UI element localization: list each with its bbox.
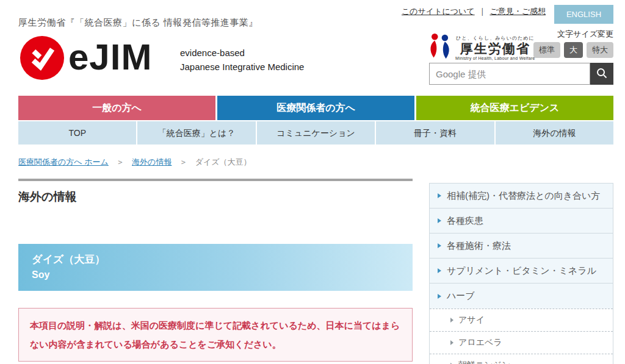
- font-size-large-button[interactable]: 大: [564, 42, 583, 58]
- tab-general-public[interactable]: 一般の方へ: [18, 96, 215, 120]
- sidebar-item-diseases[interactable]: 各種疾患: [430, 209, 613, 234]
- article-title-en: Soy: [32, 267, 413, 282]
- subtab-communication[interactable]: コミュニケーション: [257, 121, 375, 145]
- font-size-buttons: 標準 大 特大: [533, 42, 613, 58]
- ejim-logo-icon[interactable]: [20, 36, 64, 80]
- about-site-link[interactable]: このサイトについて: [402, 7, 475, 16]
- sidebar-item-acai[interactable]: アサイ: [430, 309, 613, 331]
- search-input[interactable]: [429, 63, 590, 85]
- subtab-booklets[interactable]: 冊子・資料: [376, 121, 494, 145]
- site-title: 厚生労働省『「統合医療」に係る 情報発信等推進事業』: [18, 17, 258, 29]
- subtab-overseas-info[interactable]: 海外の情報: [496, 121, 613, 145]
- english-button[interactable]: ENGLISH: [554, 5, 613, 24]
- sidebar-item-label: 朝鮮ニンジン: [458, 360, 510, 364]
- sidebar-item-aloe-vera[interactable]: アロエベラ: [430, 331, 613, 354]
- tagline-line1: evidence-based: [180, 48, 245, 58]
- ejim-logo-tagline: evidence-based Japanese Integrative Medi…: [180, 46, 304, 74]
- sidebar-item-label: 各種疾患: [447, 215, 483, 227]
- page-title: 海外の情報: [18, 189, 76, 205]
- sidebar-item-label: サプリメント・ビタミン・ミネラル: [447, 265, 596, 277]
- sidebar-item-supplements[interactable]: サプリメント・ビタミン・ミネラル: [430, 259, 613, 284]
- section-divider: [18, 179, 413, 181]
- mhlw-logo[interactable]: ひと、くらし、みらいのために 厚生労働省 Ministry of Health,…: [427, 32, 535, 63]
- sidebar-item-label: 相補(補完)・代替療法との向き合い方: [447, 190, 600, 202]
- main-nav: 一般の方へ 医療関係者の方へ 統合医療エビデンス: [18, 96, 613, 120]
- disclaimer-notice: 本項目の説明・解説は、米国の医療制度に準じて記載されているため、日本に当てはまら…: [18, 308, 413, 362]
- right-triangle-icon: [450, 340, 453, 345]
- sidebar-menu: 相補(補完)・代替療法との向き合い方 各種疾患 各種施術・療法 サプリメント・ビ…: [429, 183, 613, 364]
- right-triangle-icon: [438, 268, 441, 273]
- mhlw-name: 厚生労働省: [455, 41, 535, 56]
- sidebar-item-label: アサイ: [458, 315, 485, 326]
- font-size-label: 文字サイズ変更: [557, 29, 613, 40]
- right-triangle-icon: [438, 294, 441, 299]
- breadcrumb-separator: ＞: [116, 157, 124, 166]
- sidebar-item-herbs[interactable]: ハーブ: [430, 284, 613, 309]
- article-banner: ダイズ（大豆） Soy: [18, 244, 413, 291]
- right-triangle-icon: [438, 193, 441, 198]
- search-icon: [596, 67, 608, 79]
- tab-integrative-evidence[interactable]: 統合医療エビデンス: [416, 96, 613, 120]
- site-search: [429, 63, 613, 85]
- subtab-top[interactable]: TOP: [18, 121, 136, 145]
- sidebar-item-asian-ginseng[interactable]: 朝鮮ニンジン: [430, 354, 613, 364]
- sidebar-item-label: ハーブ: [447, 290, 475, 302]
- font-size-standard-button[interactable]: 標準: [533, 42, 560, 58]
- sidebar-item-treatments[interactable]: 各種施術・療法: [430, 234, 613, 259]
- ejim-page: このサイトについて｜ご意見・ご感想 ENGLISH 厚生労働省『「統合医療」に係…: [0, 0, 625, 364]
- breadcrumb: 医療関係者の方へ ホーム ＞ 海外の情報 ＞ ダイズ（大豆）: [18, 157, 251, 168]
- sidebar-item-label: 各種施術・療法: [447, 240, 511, 252]
- breadcrumb-separator: ＞: [179, 157, 187, 166]
- link-separator: ｜: [479, 7, 486, 16]
- feedback-link[interactable]: ご意見・ご感想: [490, 7, 546, 16]
- subtab-what-is-im[interactable]: 「統合医療」とは？: [137, 121, 255, 145]
- mhlw-tagline: ひと、くらし、みらいのために: [455, 35, 535, 41]
- tab-medical-professionals[interactable]: 医療関係者の方へ: [217, 96, 414, 120]
- search-button[interactable]: [590, 63, 613, 85]
- tagline-line2: Japanese Integrative Medicine: [180, 62, 304, 72]
- mhlw-logo-icon: [427, 32, 453, 63]
- ejim-logo-text[interactable]: eJIM: [68, 35, 152, 79]
- article-title-ja: ダイズ（大豆）: [32, 252, 413, 267]
- breadcrumb-current: ダイズ（大豆）: [195, 157, 251, 166]
- right-triangle-icon: [438, 218, 441, 223]
- mhlw-name-en: Ministry of Health, Labour and Welfare: [455, 56, 535, 60]
- sub-nav: TOP 「統合医療」とは？ コミュニケーション 冊子・資料 海外の情報: [18, 121, 613, 145]
- sidebar-item-label: アロエベラ: [458, 337, 502, 348]
- sidebar-item-approach[interactable]: 相補(補完)・代替療法との向き合い方: [430, 184, 613, 209]
- breadcrumb-overseas-link[interactable]: 海外の情報: [132, 157, 172, 166]
- font-size-xlarge-button[interactable]: 特大: [587, 42, 613, 58]
- right-triangle-icon: [438, 243, 441, 248]
- right-triangle-icon: [450, 318, 453, 323]
- mhlw-logo-text: ひと、くらし、みらいのために 厚生労働省 Ministry of Health,…: [455, 35, 535, 60]
- breadcrumb-home-link[interactable]: 医療関係者の方へ ホーム: [18, 157, 109, 166]
- header-utility-links: このサイトについて｜ご意見・ご感想: [402, 6, 546, 17]
